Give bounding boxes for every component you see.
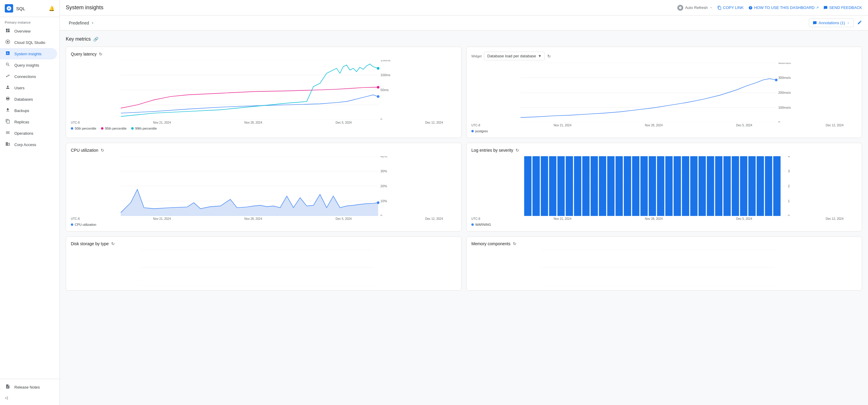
cpu-utilization-card: CPU utilization ↻: [66, 143, 462, 232]
key-metrics-header: Key metrics 🔗: [66, 36, 862, 42]
legend-50th: 50th percentile: [71, 127, 96, 130]
memory-svg: [471, 250, 857, 285]
sidebar-item-label: Replicas: [14, 120, 29, 124]
key-metrics-link-icon[interactable]: 🔗: [93, 37, 98, 41]
auto-refresh-button[interactable]: Auto Refresh: [677, 5, 713, 11]
sidebar-item-operations[interactable]: Operations: [0, 128, 57, 139]
cpu-svg: 40% 30% 20% 10% 0: [71, 156, 457, 216]
log-entries-xaxis: UTC-8 Nov 21, 2024 Nov 28, 2024 Dec 5, 2…: [471, 217, 857, 221]
widget-select-value: Database load per database: [487, 54, 536, 58]
sidebar-item-label: Operations: [14, 131, 33, 136]
widget-select-dropdown[interactable]: Database load per database ▼: [484, 52, 545, 60]
svg-point-9: [377, 67, 380, 70]
annotations-button[interactable]: Annotations (1): [809, 19, 854, 27]
disk-storage-card: Disk storage by type ↻: [66, 236, 462, 291]
legend-dot: [101, 127, 103, 130]
sidebar-item-release-notes[interactable]: Release Notes: [0, 381, 57, 393]
query-latency-card: Query latency ↻: [66, 46, 462, 138]
sidebar-item-corp-access[interactable]: Corp Access: [0, 139, 57, 150]
disk-storage-refresh-icon[interactable]: ↻: [111, 241, 115, 246]
svg-rect-71: [765, 156, 772, 216]
copy-link-button[interactable]: COPY LINK: [717, 5, 744, 10]
xaxis-label: UTC-8: [71, 121, 80, 124]
legend-dot: [71, 127, 73, 130]
xaxis-label: Nov 28, 2024: [244, 121, 262, 124]
predefined-button[interactable]: Predefined: [66, 19, 97, 27]
sidebar-item-query-insights[interactable]: Query insights: [0, 60, 57, 71]
svg-text:3: 3: [788, 169, 790, 173]
svg-rect-42: [524, 156, 531, 216]
how-to-use-button[interactable]: HOW TO USE THIS DASHBOARD ↗: [748, 5, 819, 10]
annotations-icon: [813, 21, 817, 25]
annotations-label: Annotations (1): [819, 21, 845, 25]
sidebar-item-system-insights[interactable]: System insights: [0, 48, 57, 60]
cpu-legend: CPU utilization: [71, 223, 457, 226]
copy-link-label: COPY LINK: [723, 5, 744, 10]
sidebar-item-connections[interactable]: Connections: [0, 71, 57, 82]
connections-icon: [5, 73, 11, 79]
memory-title: Memory components: [471, 241, 510, 246]
sidebar-item-label: Query insights: [14, 63, 39, 67]
main-content: System insights Auto Refresh COPY LINK H…: [60, 0, 868, 405]
svg-rect-63: [699, 156, 706, 216]
send-feedback-button[interactable]: SEND FEEDBACK: [824, 5, 862, 10]
memory-refresh-icon[interactable]: ↻: [513, 241, 517, 246]
sidebar-item-users[interactable]: Users: [0, 82, 57, 94]
svg-rect-68: [740, 156, 747, 216]
edit-button[interactable]: [857, 20, 862, 26]
sidebar-item-overview[interactable]: Overview: [0, 25, 57, 37]
xaxis-label: UTC-8: [471, 124, 480, 127]
xaxis-label: UTC-8: [471, 217, 480, 221]
svg-text:2: 2: [788, 184, 790, 188]
legend-warning: WARNING: [471, 223, 491, 226]
sidebar-collapse-btn[interactable]: ◁: [0, 393, 60, 403]
cpu-refresh-icon[interactable]: ↻: [101, 148, 104, 153]
collapse-icon: ◁: [5, 396, 8, 400]
svg-rect-46: [557, 156, 565, 216]
svg-rect-43: [532, 156, 539, 216]
xaxis-label: Dec 5, 2024: [736, 124, 752, 127]
svg-rect-64: [707, 156, 714, 216]
sidebar-app-title: SQL: [16, 6, 25, 11]
cpu-title-row: CPU utilization ↻: [71, 148, 457, 153]
svg-rect-55: [632, 156, 639, 216]
query-latency-xaxis: UTC-8 Nov 21, 2024 Nov 28, 2024 Dec 5, 2…: [71, 121, 457, 124]
notification-bell-icon[interactable]: 🔔: [49, 6, 55, 11]
corp-access-icon: [5, 142, 11, 147]
database-load-legend: postgres: [471, 129, 857, 133]
query-latency-svg: 150ms 100ms 50ms 0: [71, 60, 457, 120]
xaxis-label: UTC-8: [71, 217, 80, 221]
auto-refresh-label: Auto Refresh: [685, 5, 708, 10]
sidebar-item-backups[interactable]: Backups: [0, 105, 57, 116]
legend-label: postgres: [475, 129, 488, 133]
log-entries-chart-area: 4 3 2 1 0: [471, 156, 857, 216]
svg-rect-50: [591, 156, 598, 216]
sidebar-item-cloud-sql-studio[interactable]: Cloud SQL Studio: [0, 37, 57, 48]
sidebar-item-databases[interactable]: Databases: [0, 94, 57, 105]
xaxis-label: Dec 5, 2024: [736, 217, 752, 221]
sidebar-item-replicas[interactable]: Replicas: [0, 116, 57, 128]
svg-point-7: [377, 95, 380, 98]
disk-storage-svg: [71, 250, 457, 285]
database-load-refresh-icon[interactable]: ↻: [547, 54, 551, 59]
svg-text:30%: 30%: [380, 169, 387, 173]
memory-components-card: Memory components ↻: [466, 236, 862, 291]
xaxis-label: Dec 12, 2024: [826, 217, 843, 221]
sidebar-footer: Release Notes ◁: [0, 379, 60, 405]
xaxis-label: Dec 12, 2024: [425, 121, 443, 124]
svg-marker-30: [121, 189, 378, 216]
query-latency-refresh-icon[interactable]: ↻: [99, 52, 102, 57]
top-bar-actions: Auto Refresh COPY LINK HOW TO USE THIS D…: [677, 5, 862, 11]
log-entries-refresh-icon[interactable]: ↻: [516, 148, 519, 153]
widget-label: Widget: [471, 54, 482, 58]
disk-storage-title: Disk storage by type: [71, 241, 109, 246]
svg-text:20%: 20%: [380, 184, 387, 188]
svg-text:40%: 40%: [380, 156, 387, 158]
copy-link-icon: [717, 6, 721, 10]
legend-label: 95th percentile: [105, 127, 126, 130]
log-entries-title: Log entries by severity: [471, 148, 513, 153]
xaxis-label: Dec 5, 2024: [336, 217, 352, 221]
log-entries-title-row: Log entries by severity ↻: [471, 148, 857, 153]
svg-rect-49: [582, 156, 589, 216]
svg-rect-70: [756, 156, 764, 216]
